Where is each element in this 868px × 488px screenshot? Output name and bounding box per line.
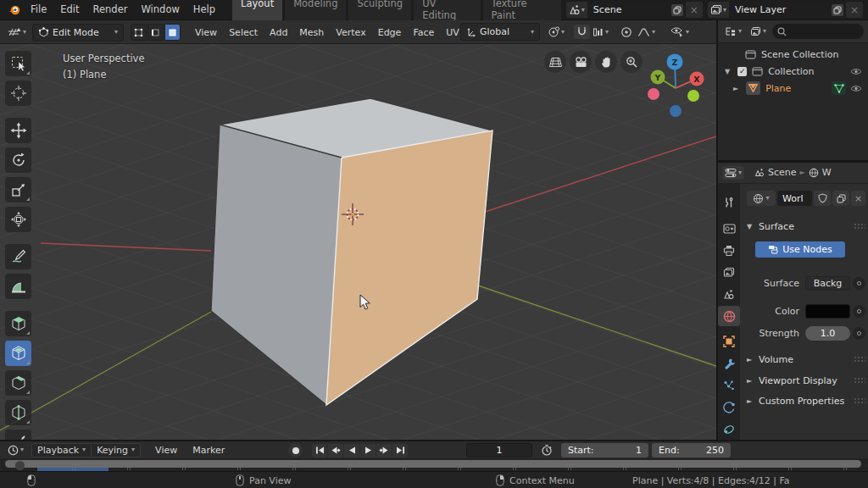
breadcrumb-scene-label[interactable]: Scene bbox=[768, 167, 797, 178]
collection-checkbox[interactable]: ✓ bbox=[737, 67, 747, 76]
inset-faces-tool[interactable] bbox=[5, 341, 31, 366]
frame-start-field[interactable]: Start: 1 bbox=[561, 443, 648, 458]
scene-name-field[interactable]: Scene bbox=[587, 2, 669, 18]
outliner-row-scene-collection[interactable]: Scene Collection bbox=[718, 46, 868, 63]
scene-icon[interactable]: ▾ bbox=[566, 2, 587, 18]
snap-toggle-button[interactable] bbox=[574, 25, 590, 39]
surface-panel-header[interactable]: ▼ Surface bbox=[747, 219, 865, 233]
view-layer-tab[interactable] bbox=[718, 262, 740, 282]
edit-mode-data-icon[interactable] bbox=[832, 81, 846, 95]
jump-to-end-button[interactable] bbox=[392, 444, 408, 458]
keying-menu[interactable]: Keying ▾ bbox=[91, 445, 140, 456]
menu-face[interactable]: Face bbox=[407, 21, 440, 44]
modifiers-tab[interactable] bbox=[718, 353, 740, 374]
mode-dropdown[interactable]: Edit Mode ▾ bbox=[32, 24, 124, 42]
playback-menu[interactable]: Playback ▾ bbox=[32, 445, 91, 456]
horizontal-scrollbar[interactable] bbox=[5, 460, 861, 468]
new-view-layer-button[interactable] bbox=[829, 2, 846, 18]
navigation-gizmo[interactable]: Z Y X bbox=[644, 51, 712, 119]
new-scene-button[interactable] bbox=[669, 2, 686, 18]
outliner-editor-dropdown[interactable]: ▾ bbox=[722, 25, 744, 38]
menu-window[interactable]: Window bbox=[134, 0, 186, 19]
frame-end-field[interactable]: End: 250 bbox=[652, 443, 731, 458]
select-box-tool[interactable] bbox=[5, 51, 31, 76]
breadcrumb-world-label[interactable]: W bbox=[822, 167, 832, 178]
color-swatch[interactable] bbox=[805, 304, 850, 319]
menu-add[interactable]: Add bbox=[264, 21, 293, 44]
zoom-view-button[interactable] bbox=[620, 51, 643, 73]
particles-tab[interactable] bbox=[718, 375, 740, 396]
tool-tab[interactable] bbox=[718, 192, 740, 213]
current-frame-field[interactable]: 1 bbox=[466, 443, 532, 458]
menu-help[interactable]: Help bbox=[186, 0, 222, 19]
camera-view-button[interactable] bbox=[570, 51, 592, 73]
world-tab[interactable] bbox=[718, 306, 740, 326]
falloff-dropdown[interactable]: ▾ bbox=[635, 25, 658, 39]
timeline-editor-dropdown[interactable]: ▾ bbox=[5, 443, 26, 458]
play-button[interactable] bbox=[360, 444, 376, 458]
extrude-region-tool[interactable] bbox=[5, 311, 31, 336]
pivot-point-dropdown[interactable]: ▾ bbox=[545, 25, 567, 40]
constraints-tab[interactable] bbox=[718, 419, 740, 440]
unlink-close-icon[interactable]: × bbox=[851, 191, 865, 206]
outliner-row-plane[interactable]: ► Plane bbox=[718, 80, 868, 97]
menu-edge[interactable]: Edge bbox=[372, 21, 408, 44]
surface-shader-dropdown[interactable]: Backg bbox=[805, 276, 850, 291]
close-icon[interactable]: × bbox=[846, 2, 863, 18]
edge-select-button[interactable] bbox=[147, 24, 164, 41]
drag-handle[interactable] bbox=[854, 356, 865, 363]
cursor-tool[interactable] bbox=[5, 80, 31, 106]
strength-slider[interactable]: 1.0 bbox=[805, 326, 850, 341]
bevel-tool[interactable] bbox=[5, 370, 31, 396]
disclosure-closed-icon[interactable]: ► bbox=[733, 85, 738, 92]
viewport-display-panel-header[interactable]: ► Viewport Display bbox=[747, 374, 865, 387]
outliner-display-mode-dropdown[interactable]: ▾ bbox=[748, 25, 769, 38]
editor-type-dropdown[interactable]: ▾ bbox=[5, 25, 29, 40]
viewport-3d[interactable]: User Perspective (1) Plane Z Y X bbox=[0, 44, 716, 440]
outliner-search-input[interactable] bbox=[772, 24, 864, 39]
close-icon[interactable]: × bbox=[686, 2, 703, 18]
proportional-editing-toggle[interactable] bbox=[618, 25, 635, 40]
previous-keyframe-button[interactable] bbox=[328, 444, 343, 458]
physics-tab[interactable] bbox=[718, 397, 740, 418]
drag-handle[interactable] bbox=[854, 223, 865, 230]
scrollbar-zoom-handle[interactable] bbox=[15, 461, 25, 470]
jump-to-start-button[interactable] bbox=[312, 444, 327, 458]
node-socket-icon[interactable] bbox=[853, 305, 865, 318]
next-keyframe-button[interactable] bbox=[376, 444, 392, 458]
menu-view[interactable]: View bbox=[189, 21, 223, 44]
scene-tab[interactable] bbox=[718, 284, 740, 304]
volume-panel-header[interactable]: ► Volume bbox=[747, 352, 865, 366]
vertex-select-button[interactable] bbox=[131, 24, 147, 41]
fake-user-shield-button[interactable] bbox=[814, 191, 831, 206]
play-reverse-button[interactable] bbox=[344, 444, 359, 458]
node-socket-icon[interactable] bbox=[853, 327, 865, 340]
node-socket-icon[interactable] bbox=[853, 277, 865, 290]
menu-file[interactable]: File bbox=[24, 0, 53, 19]
scale-tool[interactable] bbox=[5, 177, 31, 202]
visibility-filter-dropdown[interactable]: ▾ bbox=[668, 25, 692, 39]
knife-tool[interactable] bbox=[5, 430, 31, 440]
timeline-marker-menu[interactable]: Marker bbox=[185, 445, 232, 456]
world-name-field[interactable]: Worl bbox=[777, 191, 812, 206]
outliner-row-collection[interactable]: ▼ ✓ Collection bbox=[718, 63, 868, 80]
auto-keying-record-button[interactable] bbox=[288, 443, 303, 458]
menu-vertex[interactable]: Vertex bbox=[330, 21, 371, 44]
measure-tool[interactable] bbox=[5, 274, 31, 299]
properties-editor-dropdown[interactable]: ▾ bbox=[722, 166, 744, 180]
view-layer-icon[interactable]: ▾ bbox=[708, 2, 729, 18]
rotate-tool[interactable] bbox=[5, 147, 31, 173]
use-nodes-button[interactable]: Use Nodes bbox=[755, 241, 845, 258]
disclosure-open-icon[interactable]: ▼ bbox=[725, 68, 730, 75]
render-tab[interactable] bbox=[718, 218, 740, 238]
eye-icon[interactable] bbox=[850, 85, 862, 92]
perspective-toggle-button[interactable] bbox=[544, 51, 566, 73]
face-select-button[interactable] bbox=[164, 24, 181, 41]
drag-handle[interactable] bbox=[854, 377, 865, 385]
view-layer-name-field[interactable]: View Layer bbox=[729, 2, 829, 18]
object-tab[interactable] bbox=[718, 331, 740, 352]
snap-with-dropdown[interactable]: ▾ bbox=[590, 25, 611, 39]
drag-handle[interactable] bbox=[854, 397, 865, 405]
pan-view-button[interactable] bbox=[595, 51, 617, 73]
transform-orientation-dropdown[interactable]: Global ▾ bbox=[460, 23, 540, 41]
